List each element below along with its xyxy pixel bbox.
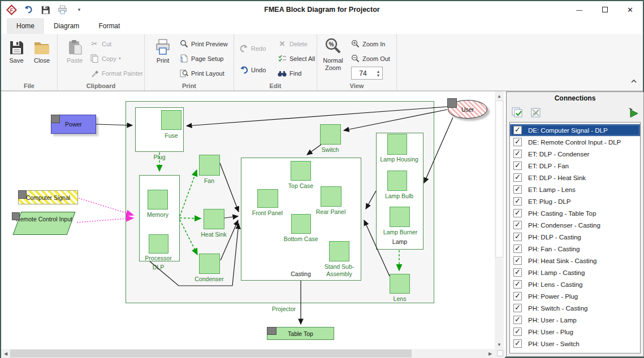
table-top-corner-handle[interactable] bbox=[267, 327, 276, 335]
node-computer-signal[interactable]: Computer Signal bbox=[18, 190, 78, 204]
node-heat-sink[interactable] bbox=[204, 209, 224, 229]
node-memory[interactable] bbox=[148, 190, 168, 209]
copy-button[interactable]: Copy ▾ bbox=[89, 52, 121, 65]
connection-checkbox[interactable] bbox=[513, 197, 522, 206]
connection-checkbox[interactable] bbox=[513, 126, 522, 134]
user-corner-handle[interactable] bbox=[447, 98, 457, 108]
spinner-down-icon[interactable]: ▼ bbox=[377, 73, 381, 77]
paste-button[interactable]: Paste bbox=[61, 36, 88, 64]
connection-checkbox[interactable] bbox=[513, 221, 522, 229]
spinner-up-icon[interactable]: ▲ bbox=[377, 69, 381, 73]
connection-checkbox[interactable] bbox=[513, 173, 522, 182]
node-fuse[interactable] bbox=[161, 110, 181, 130]
node-stand-sub-assembly[interactable] bbox=[329, 241, 349, 261]
connection-row[interactable]: ET: DLP - Condenser bbox=[510, 148, 640, 160]
connection-checkbox[interactable] bbox=[513, 209, 522, 217]
delete-button[interactable]: ✕ Delete bbox=[277, 37, 308, 50]
uncheck-all-button[interactable] bbox=[529, 106, 543, 119]
node-lamp-housing[interactable] bbox=[387, 134, 407, 155]
computer-signal-corner-handle[interactable] bbox=[18, 190, 27, 199]
connection-row[interactable]: PH: User - Switch bbox=[510, 338, 640, 350]
connection-row[interactable]: PH: Lens - Casting bbox=[510, 278, 640, 290]
undo-button[interactable]: Undo bbox=[239, 63, 266, 76]
power-corner-handle[interactable] bbox=[51, 115, 60, 123]
connection-checkbox[interactable] bbox=[513, 339, 522, 348]
horizontal-scroll-thumb[interactable] bbox=[10, 350, 412, 357]
connection-checkbox[interactable] bbox=[513, 233, 522, 241]
node-lens[interactable] bbox=[390, 274, 410, 294]
print-button[interactable]: Print bbox=[149, 36, 176, 64]
tab-diagram[interactable]: Diagram bbox=[44, 18, 89, 34]
connection-checkbox[interactable] bbox=[513, 245, 522, 253]
connection-row[interactable]: PH: Casting - Table Top bbox=[510, 207, 640, 219]
scroll-down-icon[interactable]: ▼ bbox=[495, 340, 504, 349]
tab-home[interactable]: Home bbox=[7, 18, 44, 34]
tab-format[interactable]: Format bbox=[89, 18, 129, 34]
connection-row[interactable]: ET: DLP - Fan bbox=[510, 160, 640, 172]
node-bottom-case[interactable] bbox=[291, 214, 311, 234]
check-all-button[interactable] bbox=[511, 106, 525, 119]
connection-row[interactable]: PH: User - Lamp bbox=[510, 314, 640, 326]
node-rear-panel[interactable] bbox=[321, 186, 342, 207]
connection-row[interactable]: PH: DLP - Casting bbox=[510, 231, 640, 243]
scroll-left-icon[interactable]: ◀ bbox=[1, 349, 10, 358]
connection-checkbox[interactable] bbox=[513, 280, 522, 289]
normal-zoom-button[interactable]: % Normal Zoom bbox=[319, 36, 347, 71]
node-fan[interactable] bbox=[199, 155, 220, 176]
connection-row[interactable]: PH: Heat Sink - Casting bbox=[510, 255, 640, 267]
connection-checkbox[interactable] bbox=[513, 304, 522, 312]
connection-checkbox[interactable] bbox=[513, 185, 522, 194]
save-button[interactable]: Save bbox=[3, 36, 30, 64]
print-preview-button[interactable]: Print Preview bbox=[179, 37, 228, 50]
diagram-canvas[interactable]: Projector Fuse Plug Memory Processor DLP… bbox=[1, 91, 505, 358]
connection-row[interactable]: PH: Condenser - Casting bbox=[510, 219, 640, 231]
connection-row[interactable]: PH: Switch - Casting bbox=[510, 302, 640, 314]
connection-row[interactable]: DE: Remote Control Input - DLP bbox=[510, 136, 640, 148]
connection-row[interactable]: PH: User - Plug bbox=[510, 326, 640, 338]
zoom-value-spinner[interactable]: 74 ▲▼ bbox=[351, 67, 383, 80]
connection-row[interactable]: PH: Power - Plug bbox=[510, 290, 640, 302]
connection-checkbox[interactable] bbox=[513, 161, 522, 170]
page-setup-button[interactable]: Page Setup bbox=[179, 52, 224, 65]
connection-row[interactable]: ET: Plug - DLP bbox=[510, 195, 640, 207]
vertical-scroll-thumb[interactable] bbox=[495, 101, 503, 257]
print-layout-button[interactable]: Print Layout bbox=[179, 67, 224, 80]
connection-checkbox[interactable] bbox=[513, 268, 522, 277]
select-all-button[interactable]: Select All bbox=[277, 52, 315, 65]
find-button[interactable]: Find bbox=[277, 67, 301, 80]
connection-row[interactable]: PH: Fan - Casting bbox=[510, 243, 640, 255]
connection-checkbox[interactable] bbox=[513, 256, 522, 265]
connection-row[interactable]: ET: Lamp - Lens bbox=[510, 184, 640, 195]
node-lamp-bulb[interactable] bbox=[387, 171, 407, 191]
connection-checkbox[interactable] bbox=[513, 150, 522, 158]
scroll-right-icon[interactable]: ▶ bbox=[486, 349, 495, 358]
canvas-vertical-scrollbar[interactable]: ▲ ▼ bbox=[495, 91, 504, 349]
apply-connections-button[interactable] bbox=[626, 106, 640, 119]
zoom-in-button[interactable]: Zoom In bbox=[350, 37, 385, 50]
node-processor[interactable] bbox=[149, 234, 168, 254]
minimize-button[interactable]: — bbox=[567, 1, 592, 18]
connection-row[interactable]: PH: Lamp - Casting bbox=[510, 267, 640, 278]
node-condenser[interactable] bbox=[199, 254, 220, 274]
connection-checkbox[interactable] bbox=[513, 328, 522, 336]
connection-checkbox[interactable] bbox=[513, 316, 522, 324]
spinner-arrows[interactable]: ▲▼ bbox=[374, 67, 382, 79]
scroll-up-icon[interactable]: ▲ bbox=[495, 91, 504, 101]
close-button[interactable]: ✕ bbox=[617, 1, 643, 18]
node-front-panel[interactable] bbox=[257, 189, 278, 208]
zoom-out-button[interactable]: Zoom Out bbox=[350, 52, 390, 65]
connections-list[interactable]: DE: Computer Signal - DLP DE: Remote Con… bbox=[509, 122, 641, 353]
connection-row[interactable]: DE: Computer Signal - DLP bbox=[510, 124, 640, 136]
collapse-ribbon-icon[interactable] bbox=[630, 76, 637, 86]
connection-checkbox[interactable] bbox=[513, 138, 522, 146]
node-lamp-burner[interactable] bbox=[390, 207, 410, 227]
rci-corner-handle[interactable] bbox=[12, 212, 20, 220]
cut-button[interactable]: ✂ Cut bbox=[89, 37, 111, 50]
maximize-button[interactable] bbox=[592, 1, 617, 18]
close-button-ribbon[interactable]: Close bbox=[28, 36, 55, 64]
canvas-horizontal-scrollbar[interactable]: ◀ ▶ bbox=[1, 349, 495, 358]
node-top-case[interactable] bbox=[291, 161, 311, 181]
node-switch[interactable] bbox=[320, 124, 341, 145]
redo-button[interactable]: Redo bbox=[239, 42, 266, 55]
format-painter-button[interactable]: Format Painter bbox=[89, 67, 143, 80]
